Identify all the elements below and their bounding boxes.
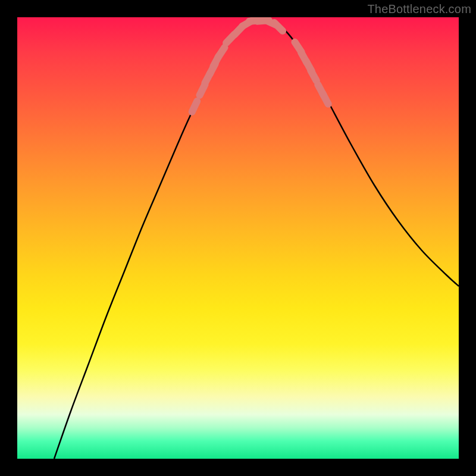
chart-frame xyxy=(17,17,459,459)
curve-marker xyxy=(274,23,283,31)
bottleneck-curve xyxy=(54,20,459,459)
curve-marker xyxy=(311,70,317,80)
curve-marker xyxy=(218,48,224,58)
curve-marker xyxy=(192,101,198,112)
curve-markers xyxy=(192,20,328,112)
curve-marker xyxy=(322,93,328,104)
watermark-text: TheBottleneck.com xyxy=(367,2,471,16)
curve-plot xyxy=(17,17,459,459)
